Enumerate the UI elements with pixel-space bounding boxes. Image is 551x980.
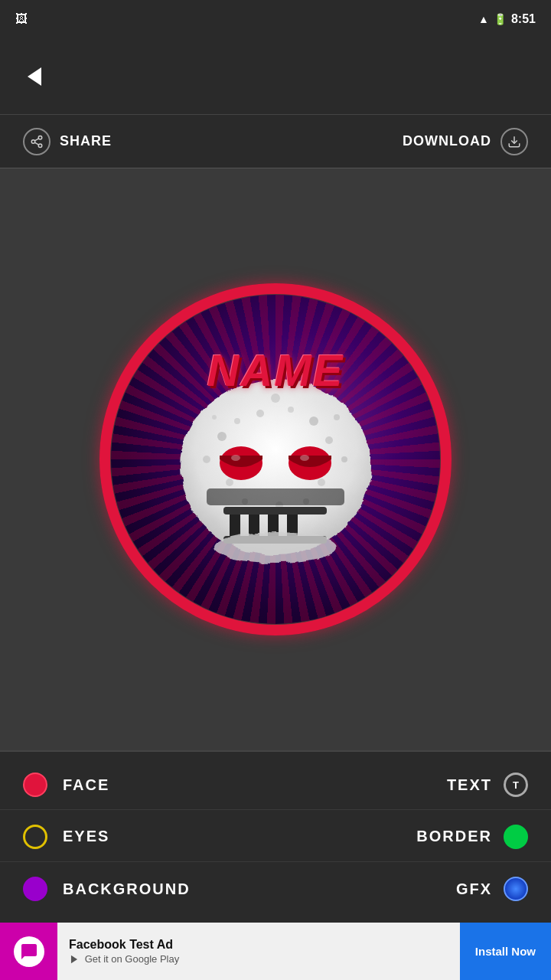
eyes-label: EYES (63, 828, 109, 845)
eyes-option-left: EYES (23, 825, 109, 849)
ad-icon-inner (14, 936, 44, 967)
border-option-right: BORDER (416, 825, 528, 849)
download-icon (500, 128, 528, 155)
download-label: DOWNLOAD (403, 133, 491, 149)
option-row-face-text[interactable]: FACE TEXT T (0, 760, 551, 810)
border-label: BORDER (416, 828, 492, 845)
svg-point-15 (226, 479, 233, 486)
battery-icon: 🔋 (494, 13, 507, 25)
svg-rect-27 (207, 488, 344, 505)
back-chevron-icon (28, 67, 41, 86)
border-color-dot (504, 825, 528, 849)
text-label: TEXT (447, 776, 492, 794)
wifi-icon: ▲ (478, 13, 489, 25)
svg-point-21 (334, 414, 340, 420)
share-label: SHARE (60, 133, 112, 149)
options-panel: FACE TEXT T EYES BORDER BACKGROUND GFX (0, 750, 551, 923)
face-option-left: FACE (23, 773, 109, 797)
time-display: 8:51 (511, 12, 536, 26)
option-row-bg-gfx[interactable]: BACKGROUND GFX (0, 864, 551, 914)
gfx-label: GFX (456, 880, 492, 898)
face-color-dot (23, 773, 47, 797)
gfx-option-right: GFX (456, 877, 528, 901)
svg-point-11 (309, 416, 318, 426)
ad-app-icon (0, 923, 57, 980)
svg-point-20 (212, 415, 217, 420)
svg-point-14 (341, 456, 347, 462)
face-label: FACE (63, 776, 109, 794)
ad-text-block: Facebook Test Ad Get it on Google Play (57, 938, 460, 965)
svg-point-10 (288, 407, 294, 413)
gfx-color-dot (504, 877, 528, 901)
back-button[interactable] (15, 57, 54, 96)
svg-point-12 (325, 436, 333, 444)
svg-point-16 (318, 479, 325, 486)
svg-point-13 (203, 456, 210, 463)
name-text: NAME (207, 345, 344, 396)
svg-line-3 (34, 142, 38, 145)
face-svg-container (161, 375, 390, 577)
face-svg (161, 375, 390, 574)
svg-point-26 (300, 455, 309, 461)
svg-point-0 (38, 136, 42, 139)
eyes-color-dot (23, 825, 47, 849)
status-left: 🖼 (15, 12, 28, 26)
svg-point-7 (217, 432, 227, 441)
share-icon (23, 128, 51, 155)
logo-container: NAME (99, 283, 452, 635)
svg-point-1 (31, 139, 35, 143)
text-option-right: TEXT T (447, 773, 528, 797)
status-bar: 🖼 ▲ 🔋 8:51 (0, 0, 551, 38)
ad-subtitle-text: Get it on Google Play (85, 953, 180, 965)
background-color-dot (23, 877, 47, 901)
svg-point-24 (231, 455, 240, 461)
status-right: ▲ 🔋 8:51 (478, 12, 536, 26)
background-label: BACKGROUND (63, 880, 191, 898)
option-row-eyes-border[interactable]: EYES BORDER (0, 812, 551, 862)
svg-line-4 (34, 138, 38, 140)
top-nav (0, 38, 551, 115)
share-button[interactable]: SHARE (23, 128, 112, 155)
svg-rect-32 (223, 507, 327, 514)
canvas-area: NAME (0, 168, 551, 750)
svg-marker-35 (71, 956, 77, 964)
toolbar: SHARE DOWNLOAD (0, 115, 551, 168)
image-icon: 🖼 (15, 12, 28, 26)
install-now-button[interactable]: Install Now (460, 923, 551, 980)
svg-point-34 (214, 532, 337, 563)
download-button[interactable]: DOWNLOAD (403, 128, 528, 155)
ad-title: Facebook Test Ad (69, 938, 448, 952)
ad-subtitle: Get it on Google Play (69, 953, 448, 965)
text-color-dot: T (504, 773, 528, 797)
ad-banner[interactable]: Facebook Test Ad Get it on Google Play I… (0, 923, 551, 980)
background-option-left: BACKGROUND (23, 877, 191, 901)
svg-point-2 (38, 144, 42, 148)
svg-point-8 (234, 418, 240, 424)
svg-point-9 (256, 410, 264, 417)
